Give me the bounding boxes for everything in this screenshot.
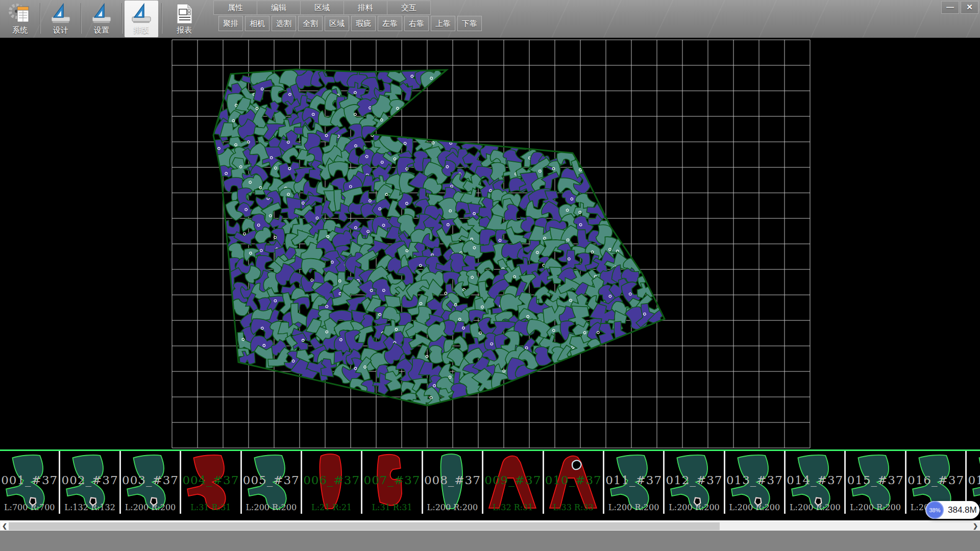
tool-button-align-left[interactable]: 左靠: [378, 16, 402, 31]
piece-id: 012_#37: [665, 473, 723, 487]
piece-counts: L:31 R:31: [181, 503, 240, 512]
toolbar-separator: [161, 3, 162, 34]
thumbnail-003[interactable]: 003_#37L:200 R:200: [121, 451, 181, 514]
piece-counts: L:200 R:200: [786, 503, 844, 512]
piece-id: 013_#37: [725, 473, 784, 487]
tool-button-row: 聚排相机选割全割区域瑕疵左靠右靠上靠下靠: [218, 16, 482, 31]
minimize-button[interactable]: —: [941, 1, 959, 14]
memory-value: 384.8M: [948, 501, 977, 519]
piece-counts: L:200 R:200: [604, 503, 663, 512]
piece-thumbnail-strip: 001_#37L:700 R:700 002_#37L:132 R:132 00…: [0, 449, 980, 520]
main-button-label: 设置: [85, 26, 118, 35]
piece-id: 004_#37: [181, 473, 240, 487]
application-window: 系统 设计 设置 排版 报表 属性编辑区域排料交互 聚排相机选割全割区域瑕疵左靠…: [0, 0, 980, 551]
main-button-label: 报表: [167, 26, 201, 35]
report-document-icon: [173, 3, 195, 25]
thumbnail-011[interactable]: 011_#37L:200 R:200: [604, 451, 665, 514]
piece-counts: L:33 R:33: [544, 503, 603, 512]
thumbnail-001[interactable]: 001_#37L:700 R:700: [0, 451, 60, 514]
tool-button-align-top[interactable]: 上靠: [431, 16, 455, 31]
main-button-design[interactable]: 设计: [44, 1, 78, 37]
toolbar-separator: [81, 3, 81, 34]
triangle-ruler-icon: [130, 3, 153, 25]
thumbnail-row: 001_#37L:700 R:700 002_#37L:132 R:132 00…: [0, 451, 980, 514]
system-gear-icon: [9, 3, 31, 25]
triangle-ruler-icon: [90, 3, 113, 25]
scrollbar-thumb[interactable]: [9, 522, 720, 530]
piece-id: 001_#37: [0, 473, 59, 487]
tool-button-region[interactable]: 区域: [325, 16, 349, 31]
piece-counts: L:132 R:132: [60, 503, 119, 512]
piece-id: 002_#37: [60, 473, 119, 487]
thumbnail-013[interactable]: 013_#37L:200 R:200: [725, 451, 786, 514]
thumbnail-005[interactable]: 005_#37L:200 R:200: [242, 451, 302, 514]
main-toolbar: 系统 设计 设置 排版 报表 属性编辑区域排料交互 聚排相机选割全割区域瑕疵左靠…: [0, 0, 980, 38]
main-button-nesting[interactable]: 排版: [125, 1, 158, 37]
thumbnail-004[interactable]: 004_#37L:31 R:31: [181, 451, 241, 514]
piece-id: 005_#37: [242, 473, 301, 487]
piece-id: 009_#37: [483, 473, 542, 487]
thumbnail-014[interactable]: 014_#37L:200 R:200: [786, 451, 846, 514]
nesting-drawing: [0, 38, 980, 520]
piece-counts: L:200 R:200: [665, 503, 723, 512]
thumbnail-006[interactable]: 006_#37L:21 R:21: [302, 451, 362, 514]
thumbnail-007[interactable]: 007_#37L:31 R:31: [362, 451, 423, 514]
menu-tab-region[interactable]: 区域: [300, 1, 344, 15]
main-button-system[interactable]: 系统: [3, 1, 37, 37]
piece-id: 017_#37: [967, 473, 980, 487]
toolbar-separator: [121, 3, 122, 34]
piece-counts: L:200 R:200: [725, 503, 784, 512]
thumbnail-009[interactable]: 009_#37L:32 R:31: [483, 451, 544, 514]
thumbnail-008[interactable]: 008_#37L:200 R:200: [423, 451, 483, 514]
piece-counts: L:200 R:200: [846, 503, 904, 512]
window-controls: — ✕: [941, 1, 978, 14]
tool-button-cut-selected[interactable]: 选割: [272, 16, 296, 31]
piece-counts: L:32 R:31: [483, 503, 542, 512]
tool-button-cluster-nest[interactable]: 聚排: [218, 16, 243, 31]
piece-id: 016_#37: [906, 473, 965, 487]
piece-id: 015_#37: [846, 473, 904, 487]
piece-counts: L:700 R:700: [0, 503, 59, 512]
thumbnail-012[interactable]: 012_#37L:200 R:200: [665, 451, 725, 514]
tool-button-camera[interactable]: 相机: [245, 16, 270, 31]
piece-counts: L:200 R:200: [242, 503, 301, 512]
menu-tab-properties[interactable]: 属性: [213, 1, 257, 15]
status-bar: [0, 531, 980, 551]
thumbnail-002[interactable]: 002_#37L:132 R:132: [60, 451, 120, 514]
piece-id: 011_#37: [604, 473, 663, 487]
thumbnail-010[interactable]: 010_#37L:33 R:33: [544, 451, 604, 514]
toolbar-separator: [40, 3, 40, 34]
menu-tab-edit[interactable]: 编辑: [257, 1, 301, 15]
memory-overlay: 38% 384.8M: [925, 501, 979, 519]
nesting-canvas[interactable]: [0, 38, 980, 520]
close-button[interactable]: ✕: [961, 1, 978, 14]
menu-tab-nest[interactable]: 排料: [344, 1, 387, 15]
progress-circle-badge: 38%: [926, 501, 944, 519]
tool-button-align-bottom[interactable]: 下靠: [457, 16, 482, 31]
piece-id: 007_#37: [362, 473, 421, 487]
piece-counts: L:200 R:200: [121, 503, 180, 512]
piece-id: 014_#37: [786, 473, 844, 487]
piece-id: 008_#37: [423, 473, 482, 487]
scroll-right-arrow-icon[interactable]: ❯: [971, 522, 979, 530]
piece-counts: L:31 R:31: [362, 503, 421, 512]
main-button-label: 排版: [125, 26, 158, 35]
main-button-label: 设计: [44, 26, 78, 35]
triangle-ruler-icon: [50, 3, 72, 25]
piece-id: 003_#37: [121, 473, 180, 487]
main-button-settings[interactable]: 设置: [85, 1, 118, 37]
piece-id: 006_#37: [302, 473, 361, 487]
horizontal-scrollbar[interactable]: ❮ ❯: [0, 520, 980, 531]
thumbnail-015[interactable]: 015_#37L:200 R:200: [846, 451, 906, 514]
piece-counts: L:200 R:200: [423, 503, 482, 512]
tool-button-align-right[interactable]: 右靠: [404, 16, 429, 31]
tool-button-cut-all[interactable]: 全割: [298, 16, 323, 31]
scroll-left-arrow-icon[interactable]: ❮: [1, 522, 9, 530]
main-button-label: 系统: [3, 26, 37, 35]
menu-tab-bar: 属性编辑区域排料交互: [213, 1, 430, 15]
tool-button-defect[interactable]: 瑕疵: [351, 16, 376, 31]
nested-pieces: [209, 56, 673, 415]
menu-tab-interactive[interactable]: 交互: [387, 1, 431, 15]
piece-id: 010_#37: [544, 473, 603, 487]
main-button-report[interactable]: 报表: [167, 1, 201, 37]
